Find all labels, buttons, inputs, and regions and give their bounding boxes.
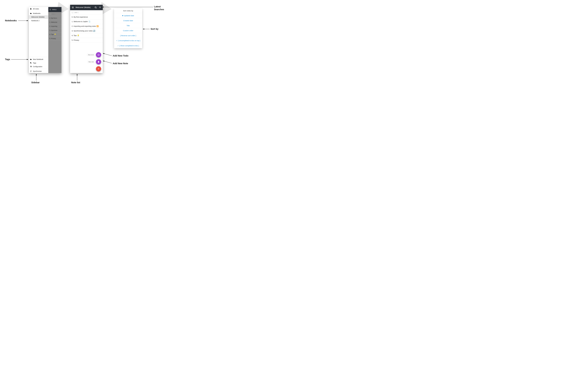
sidebar-drawer: All notes Notebooks Welcome! (Mobile)Not… <box>29 7 48 73</box>
note-row[interactable]: 2. Importing and exporting notes 🔁 <box>70 24 103 28</box>
note-row[interactable]: 0. My first experience <box>70 15 103 19</box>
note-row[interactable]: 3. Synchronising your notes 🔄 <box>70 28 103 33</box>
gear-icon <box>30 66 32 68</box>
note-row-label: 5. Privacy <box>72 39 79 41</box>
fab-new-todo-row: New to-do <box>87 52 101 57</box>
sort-title: Sort notes by <box>114 8 142 13</box>
fab-new-note[interactable] <box>96 59 101 64</box>
sidebar-phone: All notes Notebooks Welcome! (Mobile)Not… <box>29 7 61 73</box>
sort-option[interactable]: [ Reverse sort order ] <box>114 33 142 38</box>
svg-rect-1 <box>98 54 99 56</box>
note-row-label: 2. Importing and exporting notes 🔁 <box>72 25 99 27</box>
callout-add-new-note: Add New Note <box>113 62 128 65</box>
svg-line-9 <box>103 61 112 63</box>
menu-button[interactable] <box>71 6 74 9</box>
sort-option-label: Created date <box>123 20 133 22</box>
behind-title: Welco <box>52 9 56 10</box>
note-row[interactable]: 1. Welcome to Joplin! 🗒️ <box>70 19 103 24</box>
callout-notelist: Note list <box>71 81 80 84</box>
sidebar-configuration[interactable]: Configuration <box>29 65 48 68</box>
sort-button[interactable] <box>98 6 102 9</box>
note-row[interactable]: 4. Tips 💡 <box>70 33 103 38</box>
sort-option-label: Updated date <box>124 15 134 16</box>
sidebar-item-label: New Notebook <box>33 58 43 60</box>
sort-option-label: Custom order <box>123 30 133 31</box>
note-row[interactable]: Job 1 <box>70 10 103 15</box>
file-icon <box>97 61 99 63</box>
sidebar-item-label: Notebooks <box>33 13 41 14</box>
fab-stack: New to-do New note <box>87 52 101 71</box>
sort-option[interactable]: ✓ [ Show completed to-dos ] <box>114 43 142 48</box>
note-row-label: 3. Synchronising your notes 🔄 <box>72 30 95 32</box>
search-icon <box>95 6 97 9</box>
sort-option-label: ✓ [ Show completed to-dos ] <box>117 45 139 47</box>
fab-new-todo[interactable] <box>96 52 101 57</box>
behind-note-row: 3. Synchron <box>48 28 61 32</box>
menu-icon <box>49 9 51 11</box>
sort-option[interactable]: Custom order <box>114 28 142 33</box>
notelist-title: Welcome! (Mobile) <box>76 6 93 9</box>
behind-note-row: 4. Tips 💡 <box>48 32 61 37</box>
sidebar-behind-notelist: Welco Job 10. My first e1. Welcome2. Imp… <box>48 7 61 73</box>
sort-option[interactable]: Updated date <box>114 13 142 18</box>
fab-label: New note <box>88 61 95 63</box>
menu-icon <box>71 6 74 9</box>
note-row-label: Job 1 <box>74 12 79 13</box>
behind-note-row: 5. Privacy <box>48 37 61 41</box>
sync-icon <box>30 70 32 72</box>
sidebar-synchronise[interactable]: Synchronise <box>29 70 48 73</box>
callout-latest-searches: LatestSearches <box>154 5 164 11</box>
callout-tags: Tags <box>5 58 10 61</box>
behind-note-row: Job 1 <box>48 12 61 16</box>
sort-option-label: ✓ [ Uncompleted to-dos on top ] <box>116 40 140 42</box>
close-icon <box>98 68 99 70</box>
tag-icon <box>30 62 32 64</box>
file-icon <box>30 8 32 10</box>
sort-option[interactable]: ✓ [ Uncompleted to-dos on top ] <box>114 38 142 43</box>
fab-close[interactable] <box>96 66 101 71</box>
sidebar-all-notes[interactable]: All notes <box>29 7 48 11</box>
notelist-header: Welcome! (Mobile) <box>70 5 103 10</box>
search-button[interactable] <box>94 6 97 9</box>
svg-point-0 <box>95 7 96 8</box>
fab-label: New to-do <box>87 54 95 56</box>
behind-note-row: 1. Welcome <box>48 20 61 24</box>
svg-line-8 <box>103 53 112 56</box>
fab-close-row <box>96 66 101 71</box>
sidebar-item-label: Tags <box>33 62 36 64</box>
sort-menu: Sort notes by Updated dateCreated dateTi… <box>114 8 142 48</box>
checkbox-icon <box>97 54 100 56</box>
notelist-phone: Welcome! (Mobile) Job 10. My first exper… <box>70 5 103 73</box>
note-row[interactable]: 5. Privacy <box>70 38 103 42</box>
callout-sort-by: Sort by <box>151 28 158 30</box>
sidebar-new-notebook[interactable]: New Notebook <box>29 57 48 61</box>
behind-note-row: 2. Importing <box>48 24 61 28</box>
sidebar-item-label: Configuration <box>33 66 42 68</box>
sort-option[interactable]: Created date <box>114 18 142 23</box>
sort-option-label: [ Reverse sort order ] <box>120 35 136 37</box>
folder-icon <box>30 13 32 14</box>
callout-notebooks: Notebooks <box>5 19 17 22</box>
sidebar-notebook-item[interactable]: Notebook 2 <box>29 19 48 22</box>
selected-dot-icon <box>122 15 123 16</box>
callout-sidebar: Sidebar <box>31 81 40 84</box>
notelist-body: Job 10. My first experience1. Welcome to… <box>70 10 103 73</box>
note-row-label: 1. Welcome to Joplin! 🗒️ <box>72 21 91 23</box>
fab-new-note-row: New note <box>88 59 101 64</box>
sidebar-tags[interactable]: Tags <box>29 61 48 65</box>
folder-icon <box>30 58 32 60</box>
sidebar-item-label: Synchronise <box>33 70 41 72</box>
note-row-label: 0. My first experience <box>72 16 88 18</box>
filter-icon <box>99 6 101 9</box>
sort-option-label: Title <box>126 25 130 27</box>
checkbox-icon[interactable] <box>72 12 73 13</box>
sidebar-notebook-item[interactable]: Welcome! (Mobile) <box>29 15 48 19</box>
sidebar-notebooks-header[interactable]: Notebooks <box>29 12 48 15</box>
behind-note-row: 0. My first e <box>48 16 61 20</box>
sort-option[interactable]: Title <box>114 23 142 28</box>
note-row-label: 4. Tips 💡 <box>72 34 79 37</box>
sidebar-item-label: All notes <box>33 8 39 10</box>
callout-add-new-todo: Add New Todo <box>113 55 128 57</box>
